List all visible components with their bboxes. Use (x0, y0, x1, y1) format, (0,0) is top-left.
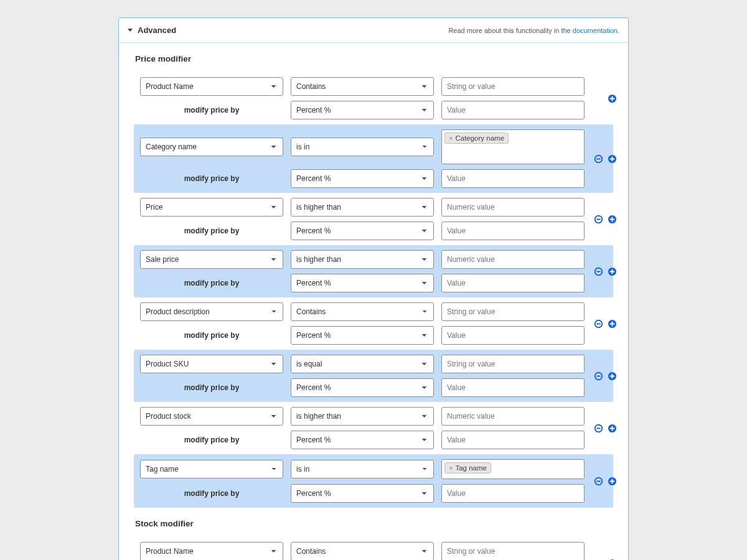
panel-title: Advanced (138, 26, 176, 35)
rule-field-select[interactable]: Product SKU (140, 355, 283, 373)
panel-header: Advanced Read more about this functional… (119, 18, 628, 43)
rule-value-tagbox[interactable]: ×Tag name (441, 459, 585, 479)
panel-body: Price modifier Product Name Contains mod… (119, 43, 628, 560)
modify-by-label: modify price by (140, 436, 283, 444)
rule-row: Sale price is higher than modify price b… (134, 245, 613, 297)
modify-by-label: modify price by (140, 383, 283, 392)
modify-type-select[interactable]: Percent % (291, 484, 434, 503)
remove-rule-button[interactable] (593, 423, 603, 433)
rule-actions (592, 93, 617, 103)
modify-type-select[interactable]: Percent % (291, 431, 434, 449)
rule-row: Product stock is higher than modify pric… (134, 402, 613, 454)
rule-row: Product description Contains modify pric… (134, 297, 613, 350)
tag-chip[interactable]: ×Category name (444, 133, 509, 144)
modify-type-select[interactable]: Percent % (291, 222, 434, 240)
modify-value-input[interactable] (441, 326, 585, 345)
rule-field-select[interactable]: Tag name (140, 460, 283, 478)
add-rule-button[interactable] (607, 266, 617, 276)
modify-type-select[interactable]: Percent % (291, 378, 434, 397)
rule-operator-select[interactable]: is higher than (291, 250, 434, 269)
rule-value-input[interactable] (441, 407, 585, 426)
add-rule-button[interactable] (607, 319, 617, 329)
modify-by-label: modify price by (140, 106, 283, 114)
rule-row: Product Name Contains modify price by Pe… (134, 72, 613, 124)
remove-tag-icon[interactable]: × (449, 135, 453, 142)
rule-row: Price is higher than modify price by Per… (134, 193, 613, 245)
rule-actions (592, 476, 617, 486)
remove-tag-icon[interactable]: × (449, 465, 453, 472)
rule-actions (592, 154, 617, 164)
modify-value-input[interactable] (441, 274, 585, 292)
modify-by-label: modify price by (140, 174, 283, 183)
add-rule-button[interactable] (607, 423, 617, 433)
remove-rule-button[interactable] (593, 154, 603, 164)
rule-value-input[interactable] (441, 542, 585, 560)
modify-type-select[interactable]: Percent % (291, 274, 434, 292)
modify-value-input[interactable] (441, 431, 585, 449)
panel-help-text: Read more about this functionality in th… (448, 27, 619, 34)
modify-type-select[interactable]: Percent % (291, 326, 434, 345)
rule-value-input[interactable] (441, 302, 585, 321)
tag-chip[interactable]: ×Tag name (444, 462, 491, 474)
modify-type-select[interactable]: Percent % (291, 101, 434, 119)
rule-operator-select[interactable]: Contains (291, 302, 434, 321)
rule-field-select[interactable]: Product Name (140, 77, 283, 96)
advanced-panel: Advanced Read more about this functional… (118, 17, 629, 560)
rule-operator-select[interactable]: is in (291, 138, 434, 156)
rule-field-select[interactable]: Product Name (140, 542, 283, 560)
modify-value-input[interactable] (441, 484, 585, 503)
rule-operator-select[interactable]: Contains (291, 542, 434, 560)
rule-operator-select[interactable]: is in (291, 460, 434, 478)
add-rule-button[interactable] (607, 476, 617, 486)
remove-rule-button[interactable] (593, 476, 603, 486)
rule-actions (592, 266, 617, 276)
rule-field-select[interactable]: Price (140, 198, 283, 217)
rule-row: Product SKU is equal modify price by Per… (134, 350, 613, 402)
rule-actions (592, 214, 617, 224)
rule-field-select[interactable]: Product description (140, 302, 283, 321)
rule-row: Category name is in ×Category name modif… (134, 124, 613, 193)
modify-value-input[interactable] (441, 222, 585, 240)
rule-field-select[interactable]: Product stock (140, 407, 283, 426)
rule-field-select[interactable]: Sale price (140, 250, 283, 269)
modify-by-label: modify price by (140, 331, 283, 340)
collapse-caret-icon[interactable] (128, 29, 133, 32)
rule-value-tagbox[interactable]: ×Category name (441, 129, 585, 164)
rule-operator-select[interactable]: Contains (291, 77, 434, 96)
modify-by-label: modify price by (140, 279, 283, 287)
rule-value-input[interactable] (441, 355, 585, 373)
modify-type-select[interactable]: Percent % (291, 169, 434, 188)
add-rule-button[interactable] (607, 93, 617, 103)
rule-actions (592, 319, 617, 329)
rule-field-select[interactable]: Category name (140, 138, 283, 156)
modify-value-input[interactable] (441, 378, 585, 397)
add-rule-button[interactable] (607, 154, 617, 164)
rule-row: Tag name is in ×Tag name modify price by… (134, 454, 613, 508)
remove-rule-button[interactable] (593, 319, 603, 329)
modify-value-input[interactable] (441, 101, 585, 119)
modify-by-label: modify price by (140, 489, 283, 498)
rule-operator-select[interactable]: is higher than (291, 407, 434, 426)
price-modifier-heading: Price modifier (135, 54, 613, 63)
rule-actions (592, 371, 617, 381)
modify-by-label: modify price by (140, 226, 283, 235)
rule-value-input[interactable] (441, 77, 585, 96)
rule-actions (592, 423, 617, 433)
rule-operator-select[interactable]: is equal (291, 355, 434, 373)
add-rule-button[interactable] (607, 214, 617, 224)
rule-value-input[interactable] (441, 250, 585, 269)
remove-rule-button[interactable] (593, 266, 603, 276)
modify-value-input[interactable] (441, 169, 585, 188)
rule-row: Product Name Contains modify stock by (134, 537, 613, 560)
rule-operator-select[interactable]: is higher than (291, 198, 434, 217)
stock-modifier-heading: Stock modifier (135, 519, 613, 528)
add-rule-button[interactable] (607, 371, 617, 381)
remove-rule-button[interactable] (593, 371, 603, 381)
remove-rule-button[interactable] (593, 214, 603, 224)
documentation-link[interactable]: documentation (573, 27, 618, 34)
rule-value-input[interactable] (441, 198, 585, 217)
